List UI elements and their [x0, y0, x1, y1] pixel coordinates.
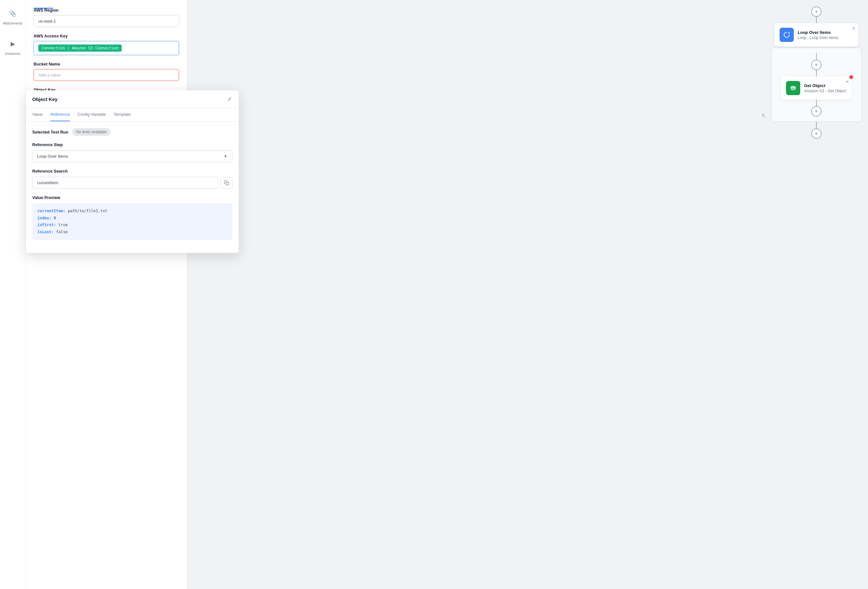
preview-key-4: isLast: [37, 230, 54, 234]
copy-button[interactable] [221, 177, 232, 189]
sidebar-item-instances[interactable]: ▶ Instances [3, 35, 23, 58]
reference-search-section: Reference Search [32, 169, 232, 189]
bucket-name-input[interactable] [34, 69, 179, 81]
form-panel: AWS Region AWS Access Key Connection | A… [26, 0, 187, 589]
preview-line-4: isLast: false [37, 229, 227, 236]
aws-region-section: AWS Region [34, 8, 179, 27]
connector-3 [816, 70, 817, 77]
preview-line-3: isFirst: true [37, 222, 227, 229]
sidebar-item-label-attachments: Attachments [3, 21, 22, 25]
progress-bar [34, 8, 53, 9]
reference-step-label: Reference Step [32, 142, 232, 147]
connector-2 [816, 53, 817, 60]
connector-1 [816, 17, 817, 23]
add-button-bottom-inner[interactable]: + [811, 106, 822, 116]
object-key-popup: Object Key ✓ Value Reference Config Vari… [26, 90, 239, 253]
svg-rect-2 [226, 182, 229, 185]
value-preview-section: Value Preview currentItem: path/to/file1… [32, 195, 232, 240]
loop-node-info: Loop Over Items Loop - Loop Over Items [798, 30, 853, 40]
sidebar-item-attachments[interactable]: 📎 Attachments [0, 5, 25, 28]
aws-access-key-field[interactable]: Connection | Amazon S3 Connection [34, 41, 179, 55]
popup-body: Selected Test Run No tests available Ref… [26, 122, 239, 253]
loop-node-subtitle: Loop - Loop Over Items [798, 35, 853, 40]
preview-key-1: currentItem: [37, 209, 65, 213]
attachments-icon: 📎 [7, 8, 18, 19]
loop-content-box: + [771, 48, 862, 122]
preview-value-3: true [58, 222, 68, 227]
dropdown-arrow-icon: ▼ [224, 154, 227, 159]
test-run-label: Selected Test Run [32, 130, 68, 134]
add-button-inner[interactable]: + [811, 60, 822, 70]
refresh-icon[interactable]: ↻ [762, 113, 766, 119]
get-object-title: Get Object [804, 83, 847, 88]
tab-config-variable[interactable]: Config Variable [77, 108, 106, 121]
loop-node-icon [779, 28, 794, 42]
preview-key-3: isFirst: [37, 222, 56, 227]
tab-value[interactable]: Value [32, 108, 43, 121]
test-run-row: Selected Test Run No tests available [32, 128, 232, 136]
preview-value-1: path/to/file1.txt [68, 209, 108, 213]
bucket-name-section: Bucket Name [34, 62, 179, 81]
loop-over-items-node[interactable]: Loop Over Items Loop - Loop Over Items ✕ [774, 23, 858, 46]
loop-node-close[interactable]: ✕ [852, 26, 856, 31]
connection-tag: Connection | Amazon S3 Connection [38, 44, 122, 52]
popup-header: Object Key ✓ [26, 90, 239, 108]
sidebar-item-label-instances: Instances [5, 52, 20, 56]
reference-search-label: Reference Search [32, 169, 232, 174]
reference-step-dropdown[interactable]: Loop Over Items ▼ [32, 150, 232, 162]
reference-step-section: Reference Step Loop Over Items ▼ [32, 142, 232, 162]
popup-tabs: Value Reference Config Variable Template [26, 108, 239, 122]
get-object-wrapper: Get Object Amazon S3 - Get Object ✕ [781, 77, 852, 100]
flow-container: + Loop Over Items Loop - Loop Over Items… [765, 0, 868, 145]
no-tests-badge[interactable]: No tests available [72, 128, 111, 136]
add-button-top[interactable]: + [811, 6, 822, 17]
aws-region-label: AWS Region [34, 8, 179, 13]
value-preview-label: Value Preview [32, 195, 232, 200]
canvas-area: + Loop Over Items Loop - Loop Over Items… [187, 0, 868, 589]
preview-key-2: index: [37, 216, 51, 220]
preview-line-1: currentItem: path/to/file1.txt [37, 208, 227, 215]
connector-4 [816, 100, 817, 106]
preview-line-2: index: 0 [37, 215, 227, 222]
get-object-subtitle: Amazon S3 - Get Object [804, 89, 847, 93]
value-preview-box: currentItem: path/to/file1.txt index: 0 … [32, 203, 232, 240]
get-object-close[interactable]: ✕ [846, 79, 849, 84]
connector-5 [816, 122, 817, 128]
reference-step-value: Loop Over Items [37, 154, 68, 159]
get-object-info: Get Object Amazon S3 - Get Object [804, 83, 847, 93]
loop-node-title: Loop Over Items [798, 30, 853, 35]
tab-template[interactable]: Template [114, 108, 131, 121]
sidebar: 📎 Attachments ▶ Instances [0, 0, 26, 589]
reference-search-input[interactable] [32, 177, 218, 189]
popup-confirm-button[interactable]: ✓ [227, 96, 232, 103]
get-object-icon [786, 81, 800, 95]
error-indicator [849, 75, 853, 79]
popup-title: Object Key [32, 96, 58, 102]
preview-value-4: false [56, 230, 68, 234]
bucket-name-label: Bucket Name [34, 62, 179, 66]
add-button-bottom[interactable]: + [811, 128, 822, 139]
aws-region-input[interactable] [34, 15, 179, 27]
reference-search-wrapper [32, 177, 232, 189]
get-object-node[interactable]: Get Object Amazon S3 - Get Object ✕ [781, 77, 852, 100]
aws-access-key-section: AWS Access Key Connection | Amazon S3 Co… [34, 34, 179, 55]
instances-icon: ▶ [7, 38, 19, 50]
tab-reference[interactable]: Reference [50, 108, 70, 121]
preview-value-2: 0 [54, 216, 56, 220]
main-content: AWS Region AWS Access Key Connection | A… [26, 0, 868, 589]
aws-access-key-label: AWS Access Key [34, 34, 179, 38]
